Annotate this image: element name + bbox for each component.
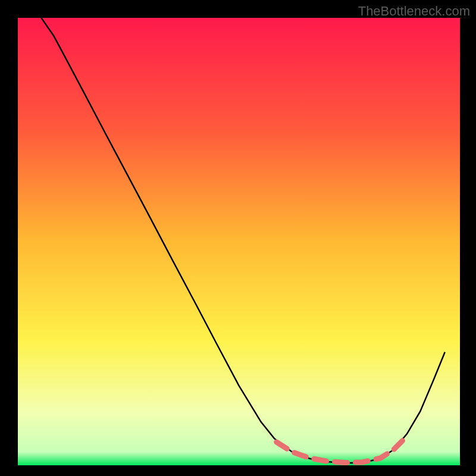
plot-area [0,0,476,476]
chart-svg [0,0,476,476]
chart-container: TheBottleneck.com [0,0,476,476]
gradient-background [18,18,460,465]
watermark-text: TheBottleneck.com [358,4,470,19]
